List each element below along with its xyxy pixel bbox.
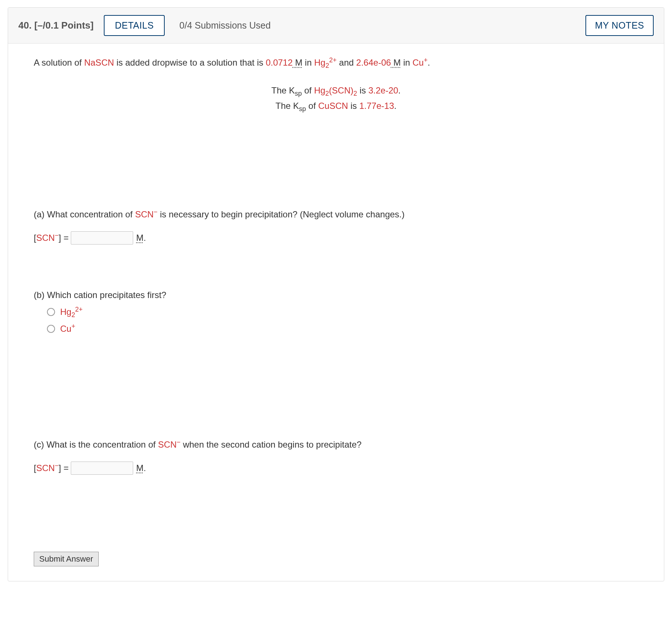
part-a-input[interactable] bbox=[71, 231, 133, 245]
radio-circle-icon bbox=[47, 325, 55, 333]
part-c-label: [SCN−] = bbox=[34, 462, 69, 475]
radio-circle-icon bbox=[47, 308, 55, 316]
part-c-unit: M. bbox=[136, 462, 146, 475]
ksp-line-2: The Ksp of CuSCN is 1.77e-13. bbox=[34, 99, 638, 113]
intro-text: A solution of NaSCN is added dropwise to… bbox=[34, 56, 638, 69]
submissions-used: 0/4 Submissions Used bbox=[179, 20, 271, 31]
question-header: 40. [–/0.1 Points] DETAILS 0/4 Submissio… bbox=[8, 8, 664, 44]
question-number-points: 40. [–/0.1 Points] bbox=[18, 20, 94, 31]
part-c-input[interactable] bbox=[71, 462, 133, 475]
radio-label-cu: Cu+ bbox=[60, 322, 75, 335]
submit-answer-button[interactable]: Submit Answer bbox=[34, 552, 99, 566]
conc1: 0.0712 bbox=[266, 58, 292, 67]
part-a-unit: M. bbox=[136, 231, 146, 245]
part-b-question: (b) Which cation precipitates first? bbox=[34, 289, 638, 302]
reagent-text: NaSCN bbox=[84, 58, 114, 67]
in1: in bbox=[302, 58, 314, 67]
intro-end: . bbox=[428, 58, 430, 67]
species1: Hg22+ bbox=[314, 58, 336, 67]
intro-prefix: A solution of bbox=[34, 58, 84, 67]
unit-m1: M bbox=[293, 58, 303, 67]
my-notes-button[interactable]: MY NOTES bbox=[585, 15, 654, 36]
in2: in bbox=[401, 58, 413, 67]
question-content: A solution of NaSCN is added dropwise to… bbox=[8, 44, 664, 581]
intro-mid1: is added dropwise to a solution that is bbox=[114, 58, 266, 67]
details-button[interactable]: DETAILS bbox=[104, 15, 165, 36]
part-a-label: [SCN−] = bbox=[34, 231, 69, 245]
submit-row: Submit Answer bbox=[34, 552, 638, 566]
radio-option-cu[interactable]: Cu+ bbox=[47, 322, 638, 335]
part-a-answer-row: [SCN−] = M. bbox=[34, 231, 638, 245]
conc2: 2.64e-06 bbox=[356, 58, 391, 67]
part-c-answer-row: [SCN−] = M. bbox=[34, 462, 638, 475]
unit-m2: M bbox=[391, 58, 401, 67]
question-container: 40. [–/0.1 Points] DETAILS 0/4 Submissio… bbox=[8, 7, 664, 581]
part-a-question: (a) What concentration of SCN− is necess… bbox=[34, 208, 638, 221]
radio-label-hg: Hg22+ bbox=[60, 305, 83, 319]
part-c-question: (c) What is the concentration of SCN− wh… bbox=[34, 438, 638, 451]
radio-option-hg[interactable]: Hg22+ bbox=[47, 305, 638, 319]
question-points: [–/0.1 Points] bbox=[34, 20, 94, 31]
part-b-block: (b) Which cation precipitates first? Hg2… bbox=[34, 289, 638, 335]
part-b-radio-group: Hg22+ Cu+ bbox=[47, 305, 638, 335]
question-number: 40. bbox=[18, 20, 32, 31]
and: and bbox=[337, 58, 356, 67]
ksp-block: The Ksp of Hg2(SCN)2 is 3.2e-20. The Ksp… bbox=[34, 84, 638, 113]
species2: Cu+ bbox=[413, 58, 428, 67]
ksp-line-1: The Ksp of Hg2(SCN)2 is 3.2e-20. bbox=[34, 84, 638, 97]
